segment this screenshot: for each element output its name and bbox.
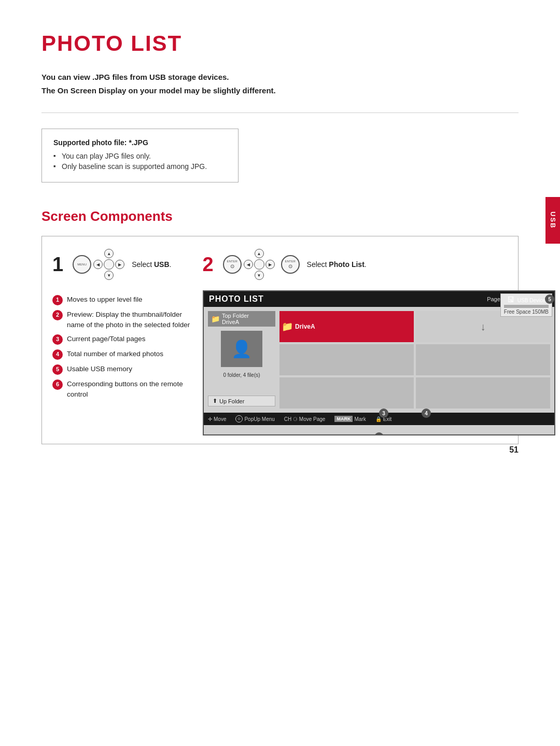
subtitle-line-2: The On Screen Display on your model may …	[41, 84, 519, 97]
up-folder-icon: ⬆	[213, 398, 217, 404]
info-box-list: You can play JPG files only. Only baseli…	[53, 152, 227, 171]
person-icon: 👤	[231, 339, 252, 359]
num-5: 5	[52, 364, 63, 375]
step2-arrow-right: ▶	[265, 260, 275, 269]
arrow-left: ◀	[93, 260, 103, 269]
num-4: 4	[52, 349, 63, 360]
folder-info: 0 folder, 4 file(s)	[208, 372, 275, 378]
step1-arrows: ▲ ◀ ▶ ▼	[93, 249, 124, 280]
list-item-6: 6 Corresponding buttons on the remote co…	[52, 379, 192, 399]
drive-name: DriveA	[295, 323, 315, 330]
callout-3-badge: 3	[379, 409, 388, 418]
page-container: USB 51 PHOTO LIST You can view .JPG file…	[0, 0, 560, 475]
info-box: Supported photo file: *.JPG You can play…	[41, 129, 239, 182]
center-btn	[104, 259, 114, 270]
file-cell-6	[416, 377, 550, 409]
top-folder-label: Top Folder	[222, 313, 249, 319]
list-item-4: 4 Total number of marked photos	[52, 349, 192, 360]
step2-arrows: ▲ ◀ ▶ ▼	[244, 249, 275, 280]
page-title: PHOTO LIST	[41, 31, 519, 56]
step2-number: 2	[202, 255, 213, 274]
step2-desc: Select Photo List.	[307, 260, 367, 269]
step2-arrow-left: ◀	[244, 260, 253, 269]
list-item-5: 5 Usable USB memory	[52, 364, 192, 375]
move-arrow-icon: ✛	[208, 416, 212, 422]
steps-row: 1 MENU ▲ ◀ ▶	[52, 249, 508, 280]
photo-list-screen: PHOTO LIST Page 1/1 ☑ No Marked 🖫 USB De…	[203, 290, 555, 435]
side-tab-label: USB	[549, 212, 557, 229]
usb-device-label: 🖫 USB Device	[504, 295, 549, 304]
arrow-up: ▲	[104, 249, 114, 258]
diagram-box: 1 MENU ▲ ◀ ▶	[41, 236, 519, 444]
arrow-indicator: ↓	[481, 321, 486, 333]
bottom-ch: CH ⚆ Move Page	[284, 416, 326, 422]
usb-device-box: 🖫 USB Device Free Space 150MB	[500, 293, 552, 317]
drive-a-cell: 📁 DriveA	[279, 311, 414, 342]
callout-5-badge: 5	[545, 294, 554, 304]
file-cell-5	[279, 377, 414, 409]
step2-arrow-down: ▼	[255, 271, 264, 280]
info-box-item-2: Only baseline scan is supported among JP…	[53, 162, 227, 171]
num-3: 3	[52, 334, 63, 345]
file-cell-4	[416, 344, 550, 375]
numbered-list-col: 1 Moves to upper level file 2 Preview: D…	[52, 290, 203, 435]
step1-block: 1 MENU ▲ ◀ ▶	[52, 249, 171, 280]
bottom-popup: ⊙ PopUp Menu	[235, 415, 274, 423]
step1-remote: MENU ▲ ◀ ▶ ▼	[73, 249, 124, 280]
up-folder-label: Up Folder	[219, 398, 244, 404]
list-item-1: 1 Moves to upper level file	[52, 294, 192, 305]
numbered-list: 1 Moves to upper level file 2 Preview: D…	[52, 294, 192, 403]
info-box-title: Supported photo file: *.JPG	[53, 138, 227, 147]
callout-2-badge: 2	[203, 349, 204, 359]
arrow-down: ▼	[104, 271, 114, 280]
step2-block: 2 ENTER ⊙ ▲ ◀	[202, 249, 366, 280]
step2-arrow-up: ▲	[255, 249, 264, 258]
step1-number: 1	[52, 255, 63, 274]
bottom-move: ✛ Move	[208, 416, 226, 422]
list-item-2: 2 Preview: Display the thumbnail/folder …	[52, 309, 192, 330]
top-folder-item: 📁 Top Folder DriveA	[208, 311, 275, 327]
top-folder-name: DriveA	[222, 319, 249, 325]
up-folder-btn[interactable]: ⬆ Up Folder	[208, 396, 275, 406]
thumbnail-box: 👤	[221, 331, 262, 367]
step1-desc: Select USB.	[132, 260, 171, 269]
info-box-item-1: You can play JPG files only.	[53, 152, 227, 160]
screen-body: 📁 Top Folder DriveA 👤	[204, 307, 554, 413]
drive-folder-icon: 📁	[282, 321, 293, 332]
file-cell-3	[279, 344, 414, 375]
menu-button: MENU	[73, 255, 91, 274]
top-folder-icon: 📁	[211, 315, 220, 323]
step2-center-btn	[254, 259, 264, 270]
bottom-mark: MARK Mark	[334, 416, 366, 422]
subtitle: You can view .JPG files from USB storage…	[41, 71, 519, 97]
divider	[41, 112, 519, 113]
callout-1-badge: 1	[203, 400, 204, 411]
usb-icon: 🖫	[507, 295, 514, 304]
page-number: 51	[509, 445, 519, 455]
left-panel: 📁 Top Folder DriveA 👤	[208, 311, 275, 409]
list-item-3: 3 Current page/Total pages	[52, 334, 192, 345]
side-tab: USB	[545, 197, 560, 244]
arrow-right: ▶	[115, 260, 124, 269]
enter-button-2: ENTER ⊙	[281, 255, 300, 274]
enter-button-1: ENTER ⊙	[223, 255, 242, 274]
screen-mockup-col: PHOTO LIST Page 1/1 ☑ No Marked 🖫 USB De…	[203, 290, 555, 435]
subtitle-line-1: You can view .JPG files from USB storage…	[41, 71, 519, 84]
callout-6-badge: 6	[374, 432, 384, 435]
popup-btn-icon: ⊙	[235, 415, 243, 423]
diagram-inner: 1 Moves to upper level file 2 Preview: D…	[52, 290, 508, 435]
free-space: Free Space 150MB	[504, 309, 549, 315]
num-6: 6	[52, 379, 63, 390]
step2-remote: ENTER ⊙ ▲ ◀ ▶ ▼	[223, 249, 300, 280]
callout-4-badge: 4	[422, 409, 431, 418]
mark-badge: MARK	[334, 416, 353, 422]
section-title: Screen Components	[41, 208, 519, 224]
num-1: 1	[52, 295, 63, 305]
screen-header: PHOTO LIST Page 1/1 ☑ No Marked 🖫 USB De…	[204, 291, 554, 307]
num-2: 2	[52, 310, 63, 320]
file-grid: 📁 DriveA ↓	[279, 311, 550, 409]
screen-header-title: PHOTO LIST	[209, 294, 264, 304]
